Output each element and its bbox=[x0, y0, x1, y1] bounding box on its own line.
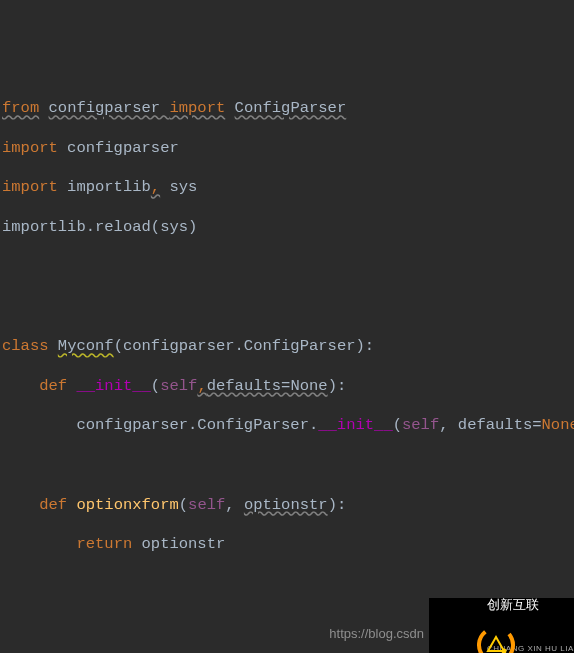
brand-badge: 创新互联 CHUANG XIN HU LIAN bbox=[429, 598, 574, 653]
code-line bbox=[2, 258, 572, 278]
code-line: def __init__(self,defaults=None): bbox=[2, 377, 572, 397]
watermark-text: https://blog.csdn bbox=[329, 626, 424, 643]
code-line: from configparser import ConfigParser bbox=[2, 99, 572, 119]
code-line: return optionstr bbox=[2, 535, 572, 555]
code-line: configparser.ConfigParser.__init__(self,… bbox=[2, 416, 572, 436]
code-line bbox=[2, 297, 572, 317]
code-line bbox=[2, 456, 572, 476]
code-line: import configparser bbox=[2, 139, 572, 159]
code-line: class Myconf(configparser.ConfigParser): bbox=[2, 337, 572, 357]
code-line: importlib.reload(sys) bbox=[2, 218, 572, 238]
code-line: import importlib, sys bbox=[2, 178, 572, 198]
brand-logo-icon bbox=[437, 604, 481, 648]
code-line: def optionxform(self, optionstr): bbox=[2, 496, 572, 516]
